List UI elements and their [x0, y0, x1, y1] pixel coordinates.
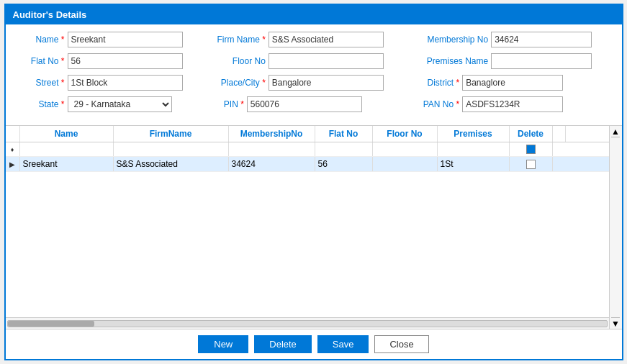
form-area: Name Firm Name Membership No Flat No Flo… [6, 24, 622, 126]
membership-no-group: Membership No [416, 32, 613, 47]
grid-header-delete: Delete [510, 126, 553, 142]
auditor-dialog: Auditor's Details Name Firm Name Members… [4, 4, 623, 360]
table-row: ♦ [6, 142, 609, 157]
pin-group: PIN [215, 96, 412, 112]
grid-body: ♦ ▶ Sreekant S&S Associated [6, 142, 609, 317]
save-button[interactable]: Save [317, 335, 369, 353]
vertical-scrollbar[interactable]: ▲ ▼ [609, 126, 622, 329]
firm-name-input[interactable] [269, 32, 384, 47]
grid-cell-name-1[interactable]: Sreekant [20, 157, 114, 171]
grid-main: Name FirmName MembershipNo Flat No Floor… [6, 126, 609, 329]
name-label: Name [14, 35, 65, 45]
street-input[interactable] [68, 75, 183, 91]
flat-no-input[interactable] [68, 53, 183, 69]
grid-cell-flatno-1: 56 [315, 157, 373, 171]
pan-no-group: PAN No [416, 96, 613, 112]
membership-no-label: Membership No [416, 35, 488, 45]
grid-area: Name FirmName MembershipNo Flat No Floor… [6, 126, 622, 329]
grid-cell-premises-1: 1St [438, 157, 510, 171]
pan-no-label: PAN No [416, 99, 459, 109]
new-button[interactable]: New [198, 335, 248, 353]
place-city-group: Place/City [215, 75, 412, 91]
grid-cell-membershipno-0 [229, 142, 315, 156]
membership-no-input[interactable] [491, 32, 592, 47]
grid-header-firmname: FirmName [114, 126, 229, 142]
grid-cell-floorno-1 [373, 157, 438, 171]
grid-header-indicator [6, 126, 20, 142]
grid-cell-flatno-0 [315, 142, 373, 156]
form-row-3: Street Place/City District [14, 75, 613, 91]
place-city-input[interactable] [269, 75, 384, 91]
floor-no-input[interactable] [269, 53, 384, 69]
form-row-1: Name Firm Name Membership No [14, 32, 613, 47]
row-indicator-0: ♦ [6, 142, 20, 156]
grid-header-scroll-placeholder [553, 126, 566, 142]
firm-name-label: Firm Name [215, 35, 266, 45]
grid-header-flatno: Flat No [315, 126, 373, 142]
scrollbar-thumb[interactable] [8, 321, 94, 327]
dialog-title: Auditor's Details [6, 5, 622, 24]
district-group: District [416, 75, 613, 91]
floor-no-label: Floor No [215, 56, 266, 66]
grid-header-name: Name [20, 126, 114, 142]
grid-header-premises: Premises [438, 126, 510, 142]
firm-name-group: Firm Name [215, 32, 412, 47]
grid-header-membershipno: MembershipNo [229, 126, 315, 142]
state-group: State 29 - Karnataka [14, 96, 211, 112]
new-row-indicator: ♦ [11, 146, 14, 153]
delete-button[interactable]: Delete [254, 335, 312, 353]
floor-no-group: Floor No [215, 53, 412, 69]
flat-no-group: Flat No [14, 53, 211, 69]
name-input[interactable] [68, 32, 183, 47]
state-label: State [14, 99, 65, 109]
pin-input[interactable] [247, 96, 362, 112]
horizontal-scrollbar[interactable] [7, 320, 608, 327]
table-row: ▶ Sreekant S&S Associated 34624 56 1St [6, 157, 609, 172]
state-select[interactable]: 29 - Karnataka [68, 96, 172, 112]
premises-name-label: Premises Name [416, 56, 488, 66]
delete-checkbox-0[interactable] [526, 145, 536, 154]
flat-no-label: Flat No [14, 56, 65, 66]
district-label: District [416, 78, 459, 88]
pin-label: PIN [215, 99, 244, 109]
form-row-4: State 29 - Karnataka PIN PAN No [14, 96, 613, 112]
grid-cell-firmname-0 [114, 142, 229, 156]
grid-cell-delete-1[interactable] [510, 157, 553, 171]
grid-cell-premises-0 [438, 142, 510, 156]
premises-name-group: Premises Name [416, 53, 613, 69]
scroll-down-button[interactable]: ▼ [611, 317, 620, 329]
scroll-up-button[interactable]: ▲ [611, 126, 620, 137]
form-row-2: Flat No Floor No Premises Name [14, 53, 613, 69]
premises-name-input[interactable] [491, 53, 592, 69]
grid-cell-delete-0[interactable] [510, 142, 553, 156]
grid-cell-name-0[interactable] [20, 142, 114, 156]
dialog-footer: New Delete Save Close [6, 329, 622, 359]
grid-cell-firmname-1: S&S Associated [114, 157, 229, 171]
pan-no-input[interactable] [462, 96, 563, 112]
name-group: Name [14, 32, 211, 47]
place-city-label: Place/City [215, 78, 266, 88]
grid-header-floorno: Floor No [373, 126, 438, 142]
street-label: Street [14, 78, 65, 88]
close-button[interactable]: Close [374, 335, 428, 353]
grid-header: Name FirmName MembershipNo Flat No Floor… [6, 126, 609, 142]
grid-cell-membershipno-1: 34624 [229, 157, 315, 171]
horizontal-scrollbar-area [6, 317, 609, 329]
delete-checkbox-1[interactable] [526, 160, 536, 169]
street-group: Street [14, 75, 211, 91]
row-indicator-1: ▶ [6, 157, 20, 171]
grid-cell-floorno-0 [373, 142, 438, 156]
district-input[interactable] [462, 75, 563, 91]
